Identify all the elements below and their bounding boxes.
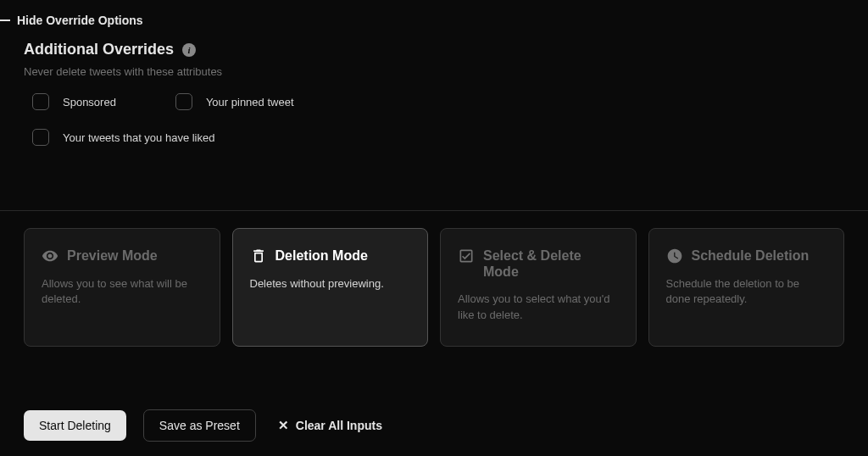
eye-icon: [42, 247, 58, 264]
checkbox-label: Sponsored: [63, 96, 116, 108]
clock-icon: [666, 247, 683, 264]
hide-override-toggle[interactable]: Hide Override Options: [0, 0, 868, 41]
card-title: Schedule Deletion: [692, 247, 810, 264]
clear-inputs-button[interactable]: ✕ Clear All Inputs: [273, 409, 387, 442]
mode-card-preview[interactable]: Preview Mode Allows you to see what will…: [24, 228, 220, 347]
card-desc: Schedule the deletion to be done repeate…: [666, 276, 827, 307]
start-deleting-button[interactable]: Start Deleting: [24, 410, 126, 441]
checkbox-label: Your pinned tweet: [206, 96, 294, 108]
mode-card-select-delete[interactable]: Select & Delete Mode Allows you to selec…: [440, 228, 637, 347]
close-icon: ✕: [278, 418, 289, 433]
trash-icon: [250, 247, 267, 264]
section-subtitle: Never delete tweets with these attribute…: [24, 65, 844, 78]
card-title: Preview Mode: [67, 247, 158, 264]
info-icon[interactable]: i: [182, 43, 196, 57]
toggle-label: Hide Override Options: [17, 14, 143, 27]
card-title: Select & Delete Mode: [483, 247, 619, 280]
card-title: Deletion Mode: [275, 247, 368, 264]
mode-card-deletion[interactable]: Deletion Mode Deletes without previewing…: [232, 228, 429, 347]
checkbox-icon: [458, 247, 475, 264]
checkbox-liked-item[interactable]: Your tweets that you have liked: [32, 129, 214, 146]
mode-card-schedule[interactable]: Schedule Deletion Schedule the deletion …: [648, 228, 845, 347]
checkbox-sponsored-item[interactable]: Sponsored: [32, 93, 116, 110]
clear-label: Clear All Inputs: [296, 419, 382, 432]
section-title: Additional Overrides: [24, 41, 174, 58]
save-preset-button[interactable]: Save as Preset: [143, 409, 256, 442]
card-desc: Allows you to see what will be deleted.: [42, 276, 203, 307]
checkbox-pinned-item[interactable]: Your pinned tweet: [175, 93, 294, 110]
minus-icon: [0, 19, 10, 21]
card-desc: Allows you to select what you'd like to …: [458, 292, 619, 322]
checkbox-liked[interactable]: [32, 129, 49, 146]
checkbox-pinned[interactable]: [175, 93, 192, 110]
checkbox-label: Your tweets that you have liked: [63, 131, 214, 144]
checkbox-sponsored[interactable]: [32, 93, 49, 110]
card-desc: Deletes without previewing.: [250, 276, 411, 292]
